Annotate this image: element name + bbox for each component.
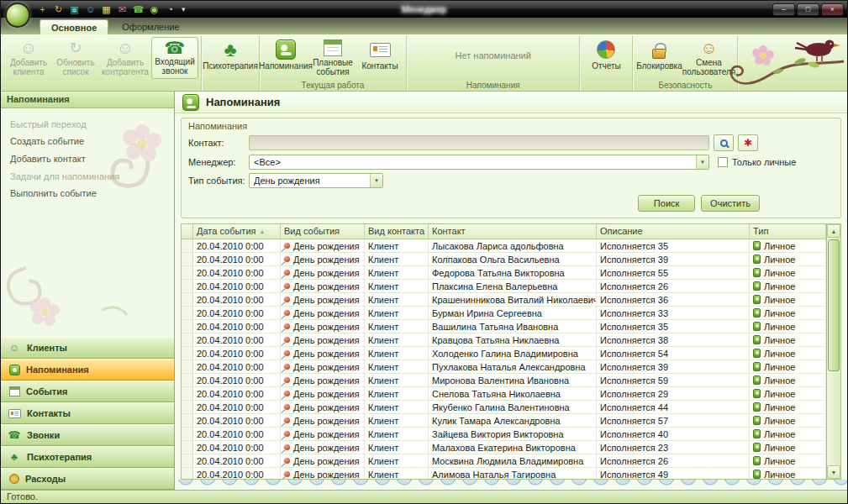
table-row[interactable]: 20.04.2010 0:00 День рождения Клиент Зай…	[182, 428, 826, 441]
event-type-select[interactable]: День рождения ▼	[249, 173, 383, 188]
cell-contact-type: Клиент	[365, 253, 429, 266]
chevron-down-icon[interactable]: ▼	[370, 174, 382, 187]
contact-clear-button[interactable]: ✱	[738, 134, 758, 151]
refresh-icon[interactable]: ↻	[52, 3, 65, 16]
cell-type: Личное	[750, 333, 826, 347]
table-row[interactable]: 20.04.2010 0:00 День рождения Клиент Ваш…	[182, 320, 826, 333]
cell-description: Исполняется 44	[597, 401, 750, 414]
cell-description: Исполняется 36	[597, 293, 750, 307]
cell-event-type: День рождения	[281, 307, 365, 320]
scrollbar-thumb[interactable]	[828, 239, 840, 371]
personal-only-checkbox[interactable]	[718, 157, 728, 167]
filter-row-contact: Контакт: ✱	[188, 134, 834, 151]
table-row[interactable]: 20.04.2010 0:00 День рождения Клиент Мос…	[182, 454, 826, 468]
minimize-button[interactable]: –	[772, 3, 795, 16]
table-row[interactable]: 20.04.2010 0:00 День рождения Клиент Сне…	[182, 387, 826, 401]
change-user-icon: ☺	[700, 39, 717, 56]
ribbon-group-reports: Отчеты	[580, 36, 633, 91]
event-type-text: День рождения	[293, 348, 360, 360]
sidebar-item-calls[interactable]: ☎ Звонки	[1, 424, 174, 446]
table-row[interactable]: 20.04.2010 0:00 День рождения Клиент Кол…	[182, 253, 826, 266]
table-row[interactable]: 20.04.2010 0:00 День рождения Клиент Кул…	[182, 414, 826, 428]
tab-design[interactable]: Оформление	[111, 19, 190, 34]
close-button[interactable]: ×	[821, 3, 844, 16]
link-add-contact[interactable]: Добавить контакт	[10, 154, 174, 164]
app-menu-button[interactable]	[5, 3, 30, 28]
link-execute-event[interactable]: Выполнить событие	[10, 188, 174, 198]
row-indicator-cell	[182, 293, 193, 307]
personal-note-icon	[753, 443, 761, 452]
table-row[interactable]: 20.04.2010 0:00 День рождения Клиент Лыс…	[182, 239, 826, 253]
call-icon[interactable]: ☎	[132, 3, 145, 16]
table-row[interactable]: 20.04.2010 0:00 День рождения Клиент Кра…	[182, 333, 826, 347]
maximize-button[interactable]: □	[797, 3, 819, 16]
row-indicator-header	[182, 224, 193, 239]
cell-contact: Холоденко Галина Владимировна	[429, 347, 597, 360]
sidebar-item-expenses[interactable]: Расходы	[1, 468, 174, 490]
scrollbar-track[interactable]	[827, 238, 840, 465]
manager-select[interactable]: <Все> ▼	[249, 155, 709, 170]
filter-group-caption: Напоминания	[188, 121, 834, 131]
column-header-event-type[interactable]: Вид события	[281, 224, 365, 239]
psychotherapy-button[interactable]: ♣ Психотерапия	[204, 37, 256, 79]
events-icon[interactable]: ▦	[100, 3, 113, 16]
table-row[interactable]: 20.04.2010 0:00 День рождения Клиент Кра…	[182, 293, 826, 307]
clear-button[interactable]: Очистить	[701, 195, 760, 212]
event-type-text: День рождения	[293, 455, 360, 467]
add-contractor-icon: ☺	[117, 39, 134, 56]
table-row[interactable]: 20.04.2010 0:00 День рождения Клиент Яку…	[182, 401, 826, 414]
planned-events-button[interactable]: Плановые события	[309, 37, 356, 79]
scroll-up-icon[interactable]: ▲	[827, 224, 840, 238]
link-create-event[interactable]: Создать событие	[10, 136, 174, 146]
sidebar-item-contacts[interactable]: Контакты	[1, 402, 174, 424]
reports-icon[interactable]: ◔	[164, 3, 176, 16]
vertical-scrollbar[interactable]: ▲ ▼	[826, 224, 840, 479]
table-row[interactable]: 20.04.2010 0:00 День рождения Клиент Хол…	[182, 347, 826, 360]
search-icon	[720, 139, 728, 147]
pushpin-icon	[284, 444, 290, 450]
table-row[interactable]: 20.04.2010 0:00 День рождения Клиент Али…	[182, 468, 826, 479]
sidebar-item-reminders[interactable]: Напоминания	[1, 359, 174, 381]
event-type-text: День рождения	[293, 321, 360, 333]
table-row[interactable]: 20.04.2010 0:00 День рождения Клиент Фед…	[182, 266, 826, 280]
reminders-button[interactable]: Напоминания	[262, 37, 309, 79]
chevron-down-icon[interactable]: ▼	[696, 155, 708, 169]
pushpin-icon	[284, 337, 290, 343]
column-header-contact[interactable]: Контакт	[429, 224, 597, 239]
sidebar-item-clients[interactable]: ☺ Клиенты	[1, 337, 174, 359]
incoming-call-button[interactable]: ☎ Входящий звонок	[151, 37, 198, 79]
lock-button[interactable]: Блокировка	[635, 37, 682, 79]
data-grid: Дата события ▲ Вид события Вид контакта …	[182, 224, 826, 479]
row-indicator-cell	[182, 428, 193, 441]
column-header-contact-type[interactable]: Вид контакта	[365, 224, 429, 239]
clients-icon: ☺	[8, 341, 21, 354]
reports-button[interactable]: Отчеты	[582, 37, 629, 79]
contact-search-button[interactable]	[714, 134, 734, 151]
quick-access-dropdown-icon[interactable]: ▾	[182, 5, 186, 13]
sidebar-item-psychotherapy[interactable]: ♣ Психотерапия	[1, 446, 174, 468]
column-header-description[interactable]: Описание	[597, 224, 750, 239]
cell-contact: Снелова Татьяна Николаевна	[429, 387, 597, 401]
reminders-icon[interactable]: ◉	[148, 3, 161, 16]
column-header-date[interactable]: Дата события ▲	[193, 224, 281, 239]
scroll-down-icon[interactable]: ▼	[827, 465, 840, 479]
table-row[interactable]: 20.04.2010 0:00 День рождения Клиент Пла…	[182, 280, 826, 293]
monitor-icon[interactable]: ▣	[68, 3, 81, 16]
table-row[interactable]: 20.04.2010 0:00 День рождения Клиент Пух…	[182, 360, 826, 374]
reports-label: Отчеты	[592, 62, 621, 71]
table-row[interactable]: 20.04.2010 0:00 День рождения Клиент Мир…	[182, 374, 826, 387]
cell-event-type: День рождения	[281, 239, 365, 253]
clients-icon[interactable]: ☺	[84, 3, 97, 16]
table-row[interactable]: 20.04.2010 0:00 День рождения Клиент Мал…	[182, 441, 826, 454]
contacts-button[interactable]: Контакты	[356, 37, 403, 79]
column-header-type[interactable]: Тип	[750, 224, 826, 239]
table-row[interactable]: 20.04.2010 0:00 День рождения Клиент Бур…	[182, 307, 826, 320]
search-button[interactable]: Поиск	[638, 195, 695, 212]
sidebar-item-events[interactable]: События	[1, 381, 174, 402]
add-client-icon[interactable]: +	[36, 3, 49, 16]
phone-icon: ☎	[8, 428, 21, 442]
tab-main[interactable]: Основное	[40, 19, 108, 34]
refresh-list-label: Обновить список	[53, 59, 98, 76]
sidebar-task-panel: Быстрый переход Создать событие Добавить…	[1, 108, 174, 337]
contacts-icon[interactable]: ✉	[116, 3, 129, 16]
